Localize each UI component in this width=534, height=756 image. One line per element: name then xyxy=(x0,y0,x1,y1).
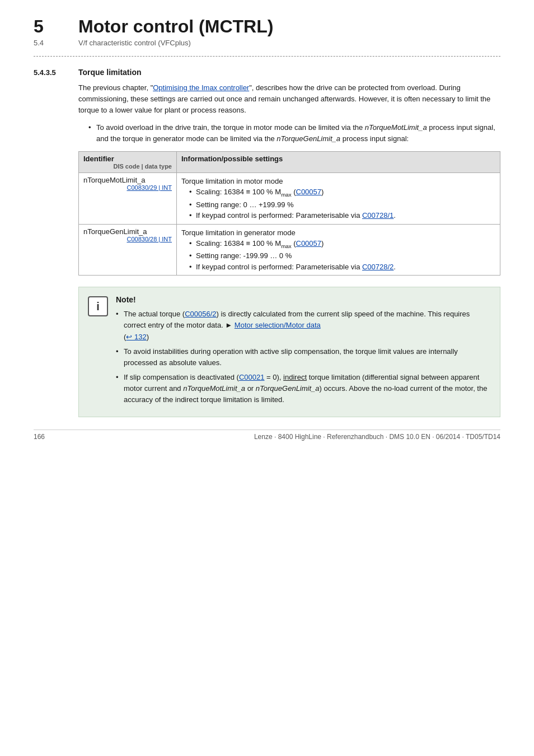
cell-list-item: Scaling: 16384 ≡ 100 % Mmax (C00057) xyxy=(189,186,495,199)
subchapter-title: V/f characteristic control (VFCplus) xyxy=(78,39,191,47)
note-bullet-1: The actual torque (C00056/2) is directly… xyxy=(116,309,491,342)
subchapter-row: 5.4 V/f characteristic control (VFCplus) xyxy=(34,39,500,47)
table-cell-id-2: nTorqueGenLimit_a C00830/28 | INT xyxy=(79,224,177,276)
note-box: i Note! The actual torque (C00056/2) is … xyxy=(78,287,500,417)
subchapter-number: 5.4 xyxy=(34,39,78,47)
cell-list-2: Scaling: 16384 ≡ 100 % Mmax (C00057) Set… xyxy=(189,238,495,272)
param-code-2[interactable]: C00830/28 | INT xyxy=(83,236,172,242)
table-col1-sub: DIS code | data type xyxy=(83,163,172,170)
param-name-2: nTorqueGenLimit_a xyxy=(83,227,147,236)
page: 5 Motor control (MCTRL) 5.4 V/f characte… xyxy=(0,0,534,451)
table-cell-content-1: Torque limitation in motor mode Scaling:… xyxy=(177,172,500,224)
param-name-1: nTorqueMotLimit_a xyxy=(83,176,146,184)
cell-list-1: Scaling: 16384 ≡ 100 % Mmax (C00057) Set… xyxy=(189,186,495,221)
signal-name-2: nTorqueGenLimit_a xyxy=(277,134,340,143)
chapter-number: 5 xyxy=(34,17,78,36)
link-c00728-1[interactable]: C00728/1 xyxy=(362,211,394,220)
note-bullet-3: If slip compensation is deactivated (C00… xyxy=(116,372,491,405)
section-heading: 5.4.3.5 Torque limitation xyxy=(34,68,500,77)
link-c00728-2[interactable]: C00728/2 xyxy=(362,263,394,271)
signal-name-1: nTorqueMotLimit_a xyxy=(365,123,427,132)
note-bullets: The actual torque (C00056/2) is directly… xyxy=(116,309,491,405)
cell-list-item: If keypad control is performed: Paramete… xyxy=(189,262,495,273)
section-title: Torque limitation xyxy=(78,68,142,77)
section-number: 5.4.3.5 xyxy=(34,68,78,77)
cell-list-item: Scaling: 16384 ≡ 100 % Mmax (C00057) xyxy=(189,238,495,250)
link-c00056[interactable]: C00056/2 xyxy=(185,310,216,318)
motor-selection-link[interactable]: Motor selection/Motor data xyxy=(235,321,321,329)
info-icon: i xyxy=(88,296,108,316)
link-c00057-2[interactable]: C00057 xyxy=(296,239,322,248)
signal-motlimit: nTorqueMotLimit_a xyxy=(183,384,245,393)
content-body: The previous chapter, "Optimising the Im… xyxy=(78,82,500,417)
cell-list-item: Setting range: 0 … +199.99 % xyxy=(189,199,495,211)
link-c00021[interactable]: C00021 xyxy=(239,373,265,381)
table-col1-title: Identifier xyxy=(83,155,114,163)
table-header-id: Identifier DIS code | data type xyxy=(79,151,177,172)
cell-list-item: If keypad control is performed: Paramete… xyxy=(189,210,495,221)
table-cell-content-2: Torque limitation in generator mode Scal… xyxy=(177,224,500,276)
cell-list-item: Setting range: -199.99 … 0 % xyxy=(189,250,495,262)
chapter-title: Motor control (MCTRL) xyxy=(78,17,273,36)
cell-content-1: Torque limitation in motor mode Scaling:… xyxy=(181,176,495,221)
page-ref-link[interactable]: ↩ 132 xyxy=(126,333,146,341)
cell-content-2: Torque limitation in generator mode Scal… xyxy=(181,227,495,273)
table-row: nTorqueGenLimit_a C00830/28 | INT Torque… xyxy=(79,224,500,276)
indirect-text: indirect xyxy=(283,373,307,381)
table-cell-id-1: nTorqueMotLimit_a C00830/29 | INT xyxy=(79,172,177,224)
page-footer: 166 Lenze · 8400 HighLine · Referenzhand… xyxy=(34,430,500,441)
section-divider xyxy=(34,56,500,57)
note-bullet-2: To avoid instabilities during operation … xyxy=(116,346,491,368)
page-number: 166 xyxy=(34,433,45,441)
table-row: nTorqueMotLimit_a C00830/29 | INT Torque… xyxy=(79,172,500,224)
signal-genlimit: nTorqueGenLimit_a xyxy=(256,384,320,393)
chapter-header: 5 Motor control (MCTRL) xyxy=(34,17,500,36)
link-c00057-1[interactable]: C00057 xyxy=(296,188,322,196)
table-header-info: Information/possible settings xyxy=(177,151,500,172)
intro-bullet-list: To avoid overload in the drive train, th… xyxy=(88,122,500,144)
note-content: Note! The actual torque (C00056/2) is di… xyxy=(116,295,491,409)
param-code-1[interactable]: C00830/29 | INT xyxy=(83,184,172,191)
note-title: Note! xyxy=(116,295,491,304)
parameter-table: Identifier DIS code | data type Informat… xyxy=(78,151,500,276)
bullet-intro: To avoid overload in the drive train, th… xyxy=(88,122,500,144)
doc-info: Lenze · 8400 HighLine · Referenzhandbuch… xyxy=(254,433,500,441)
intro-paragraph: The previous chapter, "Optimising the Im… xyxy=(78,82,500,116)
imax-link[interactable]: Optimising the Imax controller xyxy=(153,83,249,92)
